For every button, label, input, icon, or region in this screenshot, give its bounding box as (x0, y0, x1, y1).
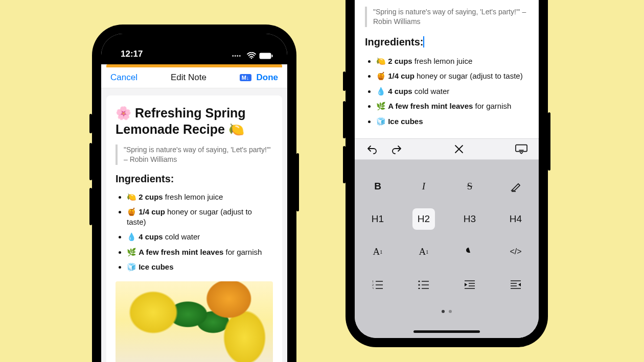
status-bar: 12:17 •••• (101, 34, 287, 64)
ingredients-list[interactable]: 🍋 2 cups fresh lemon juice 🍯 1/4 cup hon… (365, 56, 528, 127)
phone-left-screen: 12:17 •••• Cancel Edit Note M↓ Done (101, 34, 287, 362)
phone-right: Lemonade Recipe 🍋 "Spring is nature's wa… (346, 0, 548, 347)
code-button[interactable]: </> (504, 241, 527, 262)
home-indicator[interactable] (413, 330, 480, 333)
list-item[interactable]: 💧 4 cups cold water (127, 232, 273, 242)
format-row-headings: H1 H2 H3 H4 (355, 207, 539, 231)
redo-button[interactable] (390, 143, 403, 155)
undo-button[interactable] (366, 143, 378, 155)
h2-button[interactable]: H2 (412, 208, 435, 230)
format-row-script: A1 A1 </> (355, 239, 539, 264)
unordered-list-button[interactable] (412, 274, 435, 295)
ordered-list-button[interactable]: 123 (366, 274, 389, 295)
status-icons: •••• (232, 52, 273, 59)
page-dot-2 (449, 310, 452, 313)
list-item[interactable]: 🌿 A few fresh mint leaves for garnish (127, 247, 273, 257)
page-dots[interactable] (355, 310, 539, 313)
list-item[interactable]: 🍯 1/4 cup honey or sugar (adjust to tast… (376, 71, 528, 81)
power-button (548, 112, 550, 171)
svg-point-0 (251, 58, 252, 59)
svg-text:1: 1 (372, 280, 374, 283)
note-scroll-area[interactable]: 🌸 Refreshing Spring Lemonade Recipe 🍋 "S… (101, 88, 287, 362)
list-item[interactable]: 🍋 2 cups fresh lemon juice (127, 192, 273, 202)
svg-rect-2 (272, 55, 273, 57)
recipe-image (116, 281, 273, 362)
phone-right-screen: Lemonade Recipe 🍋 "Spring is nature's wa… (355, 0, 539, 338)
ingredients-list[interactable]: 🍋 2 cups fresh lemon juice 🍯 1/4 cup hon… (116, 192, 273, 272)
svg-point-21 (418, 280, 420, 282)
silent-switch (343, 71, 346, 91)
silent-switch (89, 114, 92, 133)
done-button[interactable]: Done (257, 73, 279, 83)
volume-up-button (89, 143, 92, 180)
note-title[interactable]: 🌸 Refreshing Spring Lemonade Recipe 🍋 (116, 105, 273, 137)
battery-icon (259, 53, 273, 59)
svg-point-25 (418, 287, 420, 289)
h4-button[interactable]: H4 (504, 208, 527, 230)
close-button[interactable] (453, 143, 465, 155)
superscript-button[interactable]: A1 (412, 241, 435, 262)
list-item[interactable]: 🍋 2 cups fresh lemon juice (376, 56, 528, 66)
phone-left: 12:17 •••• Cancel Edit Note M↓ Done (92, 25, 296, 362)
cell-signal-icon: •••• (232, 53, 241, 59)
svg-rect-1 (260, 53, 271, 59)
list-item[interactable]: 🍯 1/4 cup honey or sugar (adjust to tast… (127, 207, 273, 227)
outdent-button[interactable] (504, 274, 527, 295)
list-item[interactable]: 🧊 Ice cubes (127, 262, 273, 272)
bold-button[interactable]: B (366, 176, 389, 197)
format-row-style: B I S (355, 174, 539, 199)
highlight-button[interactable] (504, 176, 527, 197)
ingredients-heading: Ingredients: (365, 36, 423, 48)
svg-text:3: 3 (372, 287, 374, 289)
paragraph-button[interactable] (458, 241, 481, 262)
text-cursor (423, 36, 424, 47)
svg-point-23 (418, 284, 420, 285)
block-quote[interactable]: "Spring is nature's way of saying, 'Let'… (365, 7, 528, 27)
indent-button[interactable] (458, 274, 481, 295)
svg-text:2: 2 (372, 283, 374, 286)
volume-down-button (89, 188, 92, 225)
block-quote[interactable]: "Spring is nature's way of saying, 'Let'… (116, 144, 273, 165)
note-scroll-area[interactable]: Lemonade Recipe 🍋 "Spring is nature's wa… (355, 0, 539, 138)
power-button (296, 153, 299, 211)
h1-button[interactable]: H1 (366, 208, 389, 230)
nav-title: Edit Note (171, 73, 206, 83)
wifi-icon (247, 52, 256, 59)
clock: 12:17 (121, 49, 143, 59)
cancel-button[interactable]: Cancel (110, 73, 137, 83)
list-item[interactable]: 💧 4 cups cold water (376, 86, 528, 96)
page-dot-1 (442, 310, 445, 313)
list-item[interactable]: 🧊 Ice cubes (376, 116, 528, 127)
volume-up-button (343, 101, 346, 138)
keyboard-toggle-button[interactable] (515, 143, 527, 155)
strikethrough-button[interactable]: S (458, 176, 481, 197)
subscript-button[interactable]: A1 (366, 241, 389, 262)
format-panel: B I S H1 H2 H3 H4 A1 A1 </> (355, 160, 539, 338)
keyboard-toolbar (355, 138, 539, 160)
list-item[interactable]: 🌿 A few fresh mint leaves for garnish (376, 101, 528, 111)
h3-button[interactable]: H3 (458, 208, 481, 230)
format-row-lists: 123 (355, 272, 539, 297)
ingredients-heading-line[interactable]: Ingredients: (365, 36, 528, 48)
ingredients-heading[interactable]: Ingredients: (116, 173, 273, 185)
note-card: 🌸 Refreshing Spring Lemonade Recipe 🍋 "S… (106, 95, 282, 362)
markdown-badge-icon[interactable]: M↓ (240, 74, 251, 81)
volume-down-button (343, 146, 346, 183)
nav-bar: Cancel Edit Note M↓ Done (101, 67, 287, 88)
italic-button[interactable]: I (412, 176, 435, 197)
